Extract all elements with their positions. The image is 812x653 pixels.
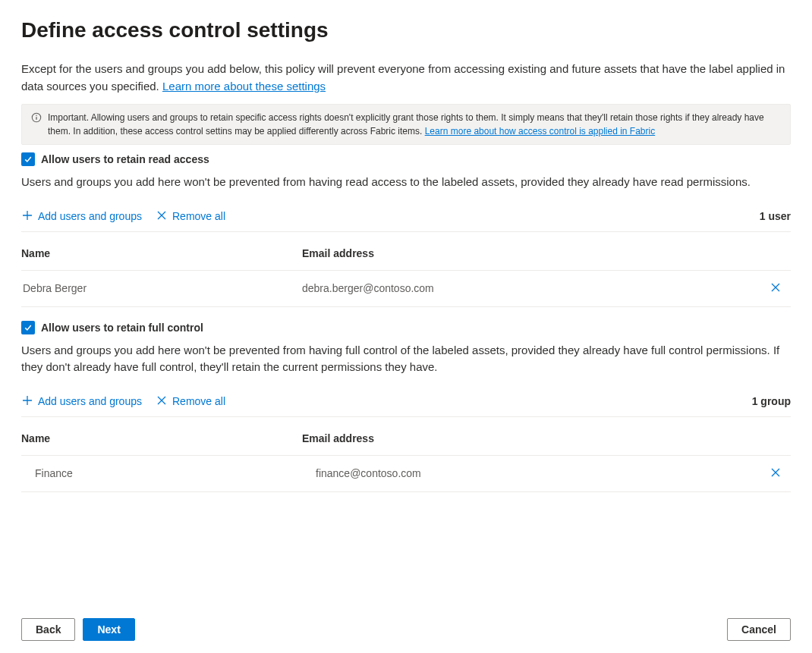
row-name: Finance bbox=[21, 467, 302, 479]
add-users-button-read[interactable]: Add users and groups bbox=[21, 209, 142, 224]
read-col-email: Email address bbox=[302, 247, 791, 259]
intro-text: Except for the users and groups you add … bbox=[21, 61, 791, 95]
page-title: Define access control settings bbox=[21, 18, 791, 42]
table-row: Debra Berger debra.berger@contoso.com bbox=[21, 271, 791, 307]
read-count: 1 user bbox=[760, 210, 791, 222]
close-icon bbox=[156, 209, 168, 224]
remove-row-button[interactable] bbox=[760, 466, 791, 481]
svg-point-2 bbox=[36, 115, 36, 116]
remove-row-button[interactable] bbox=[760, 281, 791, 296]
read-section-description: Users and groups you add here won't be p… bbox=[21, 174, 791, 191]
learn-more-settings-link[interactable]: Learn more about these settings bbox=[162, 80, 326, 93]
read-table-header: Name Email address bbox=[21, 247, 791, 271]
info-banner: Important. Allowing users and groups to … bbox=[21, 104, 791, 145]
retain-read-label: Allow users to retain read access bbox=[41, 153, 209, 165]
row-email: debra.berger@contoso.com bbox=[302, 282, 760, 294]
add-users-button-full[interactable]: Add users and groups bbox=[21, 394, 142, 409]
retain-full-checkbox[interactable] bbox=[21, 321, 35, 334]
plus-icon bbox=[21, 394, 33, 409]
remove-all-button-read[interactable]: Remove all bbox=[156, 209, 225, 224]
full-section-description: Users and groups you add here won't be p… bbox=[21, 342, 791, 376]
full-col-email: Email address bbox=[302, 432, 791, 444]
read-col-name: Name bbox=[21, 247, 302, 259]
close-icon bbox=[770, 466, 782, 481]
read-toolbar: Add users and groups Remove all 1 user bbox=[21, 209, 791, 232]
retain-read-checkbox[interactable] bbox=[21, 152, 35, 166]
plus-icon bbox=[21, 209, 33, 224]
close-icon bbox=[770, 281, 782, 296]
full-count: 1 group bbox=[752, 395, 791, 407]
full-col-name: Name bbox=[21, 432, 302, 444]
row-email: finance@contoso.com bbox=[302, 467, 760, 479]
full-toolbar: Add users and groups Remove all 1 group bbox=[21, 394, 791, 417]
table-row: Finance finance@contoso.com bbox=[21, 456, 791, 492]
row-name: Debra Berger bbox=[21, 282, 302, 294]
retain-full-label: Allow users to retain full control bbox=[41, 322, 203, 334]
close-icon bbox=[156, 394, 168, 409]
info-icon bbox=[31, 112, 42, 123]
full-table-header: Name Email address bbox=[21, 432, 791, 456]
learn-more-fabric-link[interactable]: Learn more about how access control is a… bbox=[425, 126, 656, 137]
remove-all-button-full[interactable]: Remove all bbox=[156, 394, 225, 409]
info-banner-text: Important. Allowing users and groups to … bbox=[48, 112, 764, 137]
